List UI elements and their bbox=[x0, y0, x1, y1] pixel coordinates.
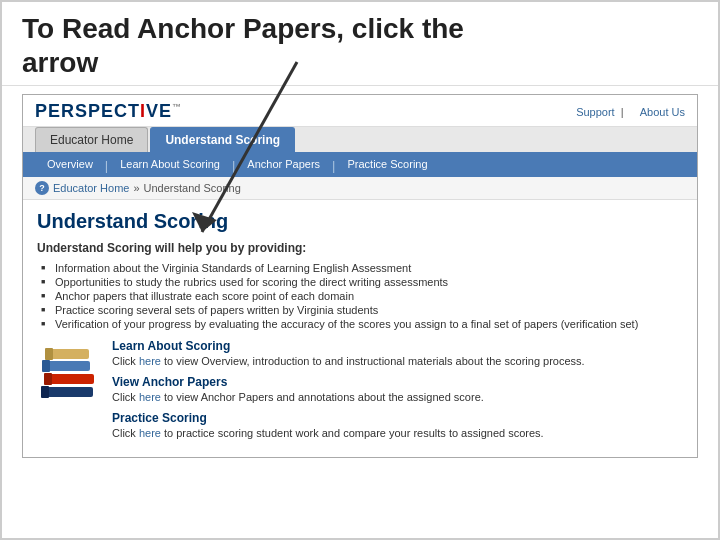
help-icon: ? bbox=[35, 181, 49, 195]
card-learn: Learn About Scoring Click here to view O… bbox=[112, 339, 683, 367]
card-practice-title: Practice Scoring bbox=[112, 411, 683, 425]
page-title: Understand Scoring bbox=[37, 210, 683, 233]
card-practice-link[interactable]: here bbox=[139, 427, 161, 439]
subnav-overview[interactable]: Overview bbox=[35, 154, 105, 177]
svg-rect-1 bbox=[41, 386, 49, 398]
bullet-list: Information about the Virginia Standards… bbox=[37, 261, 683, 331]
nav-tabs: Educator Home Understand Scoring bbox=[23, 127, 697, 154]
main-content: Understand Scoring Understand Scoring wi… bbox=[23, 200, 697, 457]
top-banner: To Read Anchor Papers, click the arrow bbox=[2, 2, 718, 86]
svg-rect-5 bbox=[42, 360, 50, 372]
sub-nav: Overview | Learn About Scoring | Anchor … bbox=[23, 154, 697, 177]
card-text-area: Learn About Scoring Click here to view O… bbox=[112, 339, 683, 447]
breadcrumb: ? Educator Home » Understand Scoring bbox=[23, 177, 697, 200]
cards-area: Learn About Scoring Click here to view O… bbox=[37, 339, 683, 447]
svg-rect-7 bbox=[45, 348, 53, 360]
subnav-learn-about-scoring[interactable]: Learn About Scoring bbox=[108, 154, 232, 177]
card-anchor-title: View Anchor Papers bbox=[112, 375, 683, 389]
browser-mockup: PERSPECTIVE™ Support | About Us Educator… bbox=[22, 94, 698, 458]
card-learn-body: Click here to view Overview, introductio… bbox=[112, 355, 683, 367]
card-icon-area bbox=[37, 339, 102, 447]
subnav-anchor-papers[interactable]: Anchor Papers bbox=[235, 154, 332, 177]
slide-heading: To Read Anchor Papers, click the arrow bbox=[22, 12, 698, 79]
breadcrumb-current: Understand Scoring bbox=[144, 182, 241, 194]
card-anchor-link[interactable]: here bbox=[139, 391, 161, 403]
perspective-logo: PERSPECTIVE™ bbox=[35, 101, 182, 122]
intro-heading: Understand Scoring will help you by prov… bbox=[37, 241, 683, 255]
book-stack-icon bbox=[37, 339, 102, 404]
list-item: Information about the Virginia Standards… bbox=[41, 261, 683, 275]
breadcrumb-separator: » bbox=[133, 182, 139, 194]
list-item: Anchor papers that illustrate each score… bbox=[41, 289, 683, 303]
card-practice-body: Click here to practice scoring student w… bbox=[112, 427, 683, 439]
list-item: Verification of your progress by evaluat… bbox=[41, 317, 683, 331]
subnav-practice-scoring[interactable]: Practice Scoring bbox=[335, 154, 439, 177]
about-link[interactable]: About Us bbox=[640, 106, 685, 118]
tab-educator-home[interactable]: Educator Home bbox=[35, 127, 148, 152]
support-link[interactable]: Support bbox=[576, 106, 615, 118]
card-anchor: View Anchor Papers Click here to view An… bbox=[112, 375, 683, 403]
header-links: Support | About Us bbox=[566, 106, 685, 118]
breadcrumb-home[interactable]: Educator Home bbox=[53, 182, 129, 194]
list-item: Opportunities to study the rubrics used … bbox=[41, 275, 683, 289]
slide-container: To Read Anchor Papers, click the arrow P… bbox=[0, 0, 720, 540]
card-learn-link[interactable]: here bbox=[139, 355, 161, 367]
svg-rect-3 bbox=[44, 373, 52, 385]
card-learn-title: Learn About Scoring bbox=[112, 339, 683, 353]
card-practice: Practice Scoring Click here to practice … bbox=[112, 411, 683, 439]
perspective-header: PERSPECTIVE™ Support | About Us bbox=[23, 95, 697, 127]
list-item: Practice scoring several sets of papers … bbox=[41, 303, 683, 317]
card-anchor-body: Click here to view Anchor Papers and ann… bbox=[112, 391, 683, 403]
tab-understand-scoring[interactable]: Understand Scoring bbox=[150, 127, 295, 152]
